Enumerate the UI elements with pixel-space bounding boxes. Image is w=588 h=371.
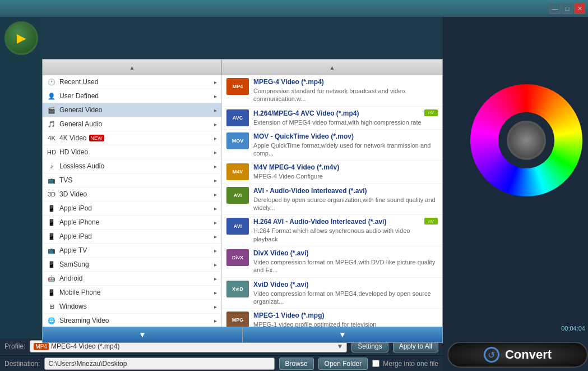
category-label-apple-ipod: Apple iPod [59,204,92,212]
category-icon-4k-video: 4K [47,134,56,143]
category-item-tvs[interactable]: 📺TVS▸ [43,173,221,187]
format-desc-h264-mp4: Extension of MPEG4 video format,with hig… [253,118,422,126]
wheel-center [498,112,554,168]
category-label-4k-video: 4K Video [59,134,87,142]
category-arrow-samsung: ▸ [214,262,217,268]
category-label-apple-ipad: Apple iPad [59,232,92,240]
category-label-streaming-video: Streaming Video [59,317,109,324]
formats-scroll-up[interactable]: ▲ [330,65,335,71]
profile-dropdown-arrow: ▼ [336,342,343,350]
categories-scroll-down[interactable]: ▼ [43,327,243,342]
minimize-button[interactable]: — [549,3,561,14]
category-item-general-video[interactable]: 🎬General Video▸ [43,103,221,117]
format-info-divx: DivX Video (*.avi)Video compression form… [253,249,438,274]
format-name-divx: DivX Video (*.avi) [253,249,438,257]
format-item-divx[interactable]: DivXDivX Video (*.avi)Video compression … [222,246,442,278]
browse-button[interactable]: Browse [279,358,314,370]
category-icon-apple-ipad: 📱 [47,232,56,241]
format-item-m4v[interactable]: M4VM4V MPEG-4 Video (*.m4v)MPEG-4 Video … [222,161,442,184]
category-label-user-defined: User Defined [59,92,99,100]
format-name-xvid: XviD Video (*.avi) [253,281,438,288]
category-item-recent-used[interactable]: 🕐Recent Used▸ [43,75,221,89]
category-arrow-general-video: ▸ [214,107,217,113]
format-thumb-mpeg1: MPG [226,312,249,327]
format-thumb-h264-avi: AVI [226,218,249,235]
format-thumb-m4v: M4V [226,163,249,180]
merge-checkbox-input[interactable] [372,360,379,367]
format-desc-mp4: Compression standard for network broadca… [253,87,438,103]
profile-value: MPEG-4 Video (*.mp4) [51,342,120,350]
format-item-h264-mp4[interactable]: AVCH.264/MPEG-4 AVC Video (*.mp4)Extensi… [222,107,442,130]
logo-circle: ▶ [4,21,38,55]
category-icon-android: 🤖 [47,274,56,283]
category-item-apple-ipad[interactable]: 📱Apple iPad▸ [43,230,221,244]
dest-bar: Destination: Browse Open Folder Merge in… [0,355,443,371]
format-name-mp4: MPEG-4 Video (*.mp4) [253,78,438,86]
category-item-android[interactable]: 🤖Android▸ [43,272,221,286]
category-item-hd-video[interactable]: HDHD Video▸ [43,145,221,159]
format-item-mpeg1[interactable]: MPGMPEG-1 Video (*.mpg)MPEG-1 video prof… [222,309,442,327]
category-item-windows[interactable]: ⊞Windows▸ [43,300,221,314]
category-item-3d-video[interactable]: 3D3D Video▸ [43,187,221,201]
format-info-mov: MOV - QuickTime Video (*.mov)Apple Quick… [253,132,438,158]
maximize-button[interactable]: □ [562,3,573,14]
category-icon-general-video: 🎬 [47,106,56,114]
format-name-h264-mp4: H.264/MPEG-4 AVC Video (*.mp4) [253,109,422,117]
category-arrow-apple-tv: ▸ [214,248,217,254]
category-item-user-defined[interactable]: 👤User Defined▸ [43,89,221,103]
format-item-mov[interactable]: MOVMOV - QuickTime Video (*.mov)Apple Qu… [222,130,442,161]
category-item-lossless-audio[interactable]: ♪Lossless Audio▸ [43,159,221,173]
merge-checkbox[interactable]: Merge into one file [372,360,438,368]
category-item-apple-iphone[interactable]: 📱Apple iPhone▸ [43,216,221,230]
open-folder-button[interactable]: Open Folder [318,358,368,370]
category-arrow-4k-video: ▸ [214,135,217,141]
profile-icon: MP4 [34,343,49,350]
format-desc-mpeg1: MPEG-1 video profile optimized for telev… [253,320,438,327]
category-icon-recent-used: 🕐 [47,77,56,86]
new-badge-4k-video: NEW [89,135,104,141]
format-desc-m4v: MPEG-4 Video Configure [253,172,438,180]
profile-label: Profile: [4,342,25,350]
formats-header: ▲ [222,59,442,75]
format-item-h264-avi[interactable]: AVIH.264 AVI - Audio-Video Interleaved (… [222,215,442,246]
panel-footer: ▼ ▼ [43,327,442,342]
category-item-apple-ipod[interactable]: 📱Apple iPod▸ [43,201,221,216]
format-desc-mov: Apple QuickTime format,widely used for n… [253,141,438,158]
category-label-3d-video: 3D Video [59,190,87,198]
category-arrow-windows: ▸ [214,304,217,310]
category-item-mobile-phone[interactable]: 📱Mobile Phone▸ [43,286,221,300]
category-icon-streaming-video: 🌐 [47,316,56,325]
category-label-lossless-audio: Lossless Audio [59,162,104,170]
nvidia-badge-h264-avi: nV [424,218,438,225]
category-label-general-video: General Video [59,106,103,114]
category-icon-user-defined: 👤 [47,91,56,100]
category-item-apple-tv[interactable]: 📺Apple TV▸ [43,244,221,258]
categories-header: ▲ [43,59,222,75]
close-button[interactable]: ✕ [574,3,585,14]
category-icon-apple-tv: 📺 [47,246,56,255]
category-item-samsung[interactable]: 📱SamSung▸ [43,258,221,272]
category-arrow-android: ▸ [214,276,217,282]
convert-button[interactable]: ↺ Convert [447,342,588,368]
category-label-android: Android [59,274,82,282]
category-item-streaming-video[interactable]: 🌐Streaming Video▸ [43,314,221,327]
category-item-general-audio[interactable]: 🎵General Audio▸ [43,117,221,131]
categories-list: 🕐Recent Used▸👤User Defined▸🎬General Vide… [43,75,222,327]
destination-label: Destination: [4,360,40,368]
category-label-mobile-phone: Mobile Phone [59,288,100,296]
format-desc-h264-avi: H.264 Format which allows synchronous au… [253,227,422,243]
format-item-mp4[interactable]: MP4MPEG-4 Video (*.mp4)Compression stand… [222,75,442,107]
right-panel: ✓ ✓ 00:04:04 ⏮ ▶ ⏹ ⏭ 📷 📂 🔊 [443,17,588,371]
format-item-avi[interactable]: AVIAVI - Audio-Video Interleaved (*.avi)… [222,184,442,216]
wheel-inner [507,121,546,160]
category-arrow-apple-ipod: ▸ [214,205,217,212]
categories-scroll-up[interactable]: ▲ [129,65,135,71]
destination-input[interactable] [44,358,274,370]
formats-scroll-down[interactable]: ▼ [243,327,442,342]
category-item-4k-video[interactable]: 4K4K VideoNEW▸ [43,131,221,145]
app-logo: ▶ [0,17,42,59]
convert-icon: ↺ [484,347,499,363]
format-item-xvid[interactable]: XviDXviD Video (*.avi)Video compression … [222,278,442,309]
format-info-h264-mp4: H.264/MPEG-4 AVC Video (*.mp4)Extension … [253,109,422,126]
category-icon-tvs: 📺 [47,176,56,185]
